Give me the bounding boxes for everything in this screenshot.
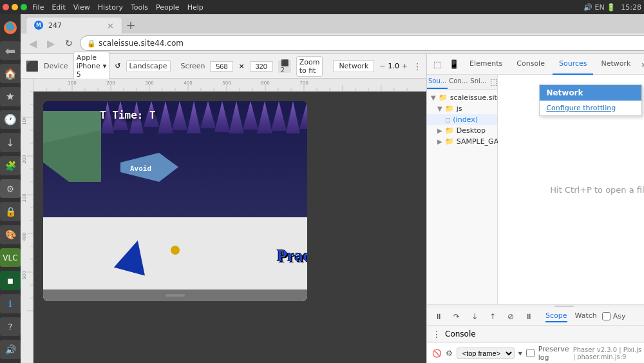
zoom-plus-button[interactable]: + [402, 62, 408, 70]
file-tree-root[interactable]: ▼ 📁 scaleissue.site44.co [427, 92, 497, 103]
history-icon[interactable]: 🕐 [0, 110, 21, 130]
console-label: Console [445, 329, 476, 338]
svg-text:500: 500 [22, 271, 27, 279]
menu-edit[interactable]: Edit [52, 3, 65, 12]
menu-file[interactable]: File [32, 3, 44, 12]
device-name-text: Apple iPhone 5 [77, 54, 100, 79]
tab-elements[interactable]: Elements [463, 54, 509, 75]
cube-icon[interactable]: VLC [0, 248, 21, 268]
menu-history[interactable]: History [98, 3, 123, 12]
bookmarks-icon[interactable]: ★ [0, 87, 21, 106]
file-tree-sample-games[interactable]: ▶ 📁 SAMPLE_GAMES [427, 136, 497, 147]
back-button[interactable]: ◀ [26, 36, 40, 50]
menu-people[interactable]: People [156, 3, 180, 12]
scope-tabs: Scope Watch [545, 310, 597, 322]
refresh-button[interactable]: ↻ [62, 36, 76, 50]
maximize-button[interactable] [21, 4, 27, 10]
new-tab-button[interactable]: + [122, 17, 139, 34]
root-folder-icon: 📁 [439, 93, 448, 102]
orientation-selector[interactable]: Landscape [126, 60, 171, 72]
back-icon[interactable]: ⬅ [0, 41, 21, 61]
js-folder-label: js [457, 104, 462, 113]
expand-icon-js: ▼ [437, 105, 442, 112]
console-bar: ⋮ Console [427, 326, 644, 342]
svg-text:300: 300 [22, 193, 27, 202]
file-tree-js-folder[interactable]: ▼ 📁 js [427, 103, 497, 114]
preserve-log-label: Preserve log [538, 345, 569, 362]
close-button[interactable] [3, 4, 9, 10]
index-file-label: (index) [453, 115, 478, 124]
screen-height-input[interactable] [250, 61, 273, 72]
scope-tab[interactable]: Scope [545, 310, 567, 322]
question-icon[interactable]: ? [0, 317, 21, 337]
device-selector[interactable]: Apple iPhone 5 ▾ [73, 52, 110, 81]
address-bar[interactable]: 🔒 scaleissue.site44.com [80, 35, 644, 51]
nav-bar: ◀ ▶ ↻ 🔒 scaleissue.site44.com ☆ [21, 34, 644, 54]
file-tree-desktop[interactable]: ▶ 📁 Desktop [427, 125, 497, 136]
zoom-minus-button[interactable]: − [379, 62, 385, 70]
file-tree: ▼ 📁 scaleissue.site44.co ▼ 📁 js [427, 90, 497, 150]
responsive-mode-icon[interactable]: ⬛ [26, 60, 39, 73]
device-selector-arrow-icon: ▾ [103, 62, 107, 70]
desktop-folder-icon: 📁 [445, 126, 454, 135]
tab-console[interactable]: Console [510, 54, 551, 75]
svg-text:100: 100 [22, 116, 27, 124]
inspect-element-icon[interactable]: ⬚ [430, 57, 445, 72]
preserve-log-checkbox[interactable] [526, 349, 535, 357]
info-icon[interactable]: ℹ [0, 294, 21, 313]
screen-width-input[interactable] [210, 61, 233, 72]
svg-text:200: 200 [22, 155, 27, 163]
devtools-icon[interactable]: ⚙ [0, 179, 21, 199]
ctrl-p-hint: Hit Ctrl+P to open a file [550, 185, 644, 195]
deactivate-breakpoints-button[interactable]: ⊘ [504, 310, 517, 323]
ruler-h-area: 100 200 300 400 500 600 700 [33, 79, 426, 363]
home-icon[interactable]: 🏠 [0, 64, 21, 83]
svg-marker-67 [172, 101, 187, 130]
pause-on-exceptions-button[interactable]: ⏸ [522, 310, 535, 323]
tab-sources[interactable]: Sources [553, 54, 594, 75]
frame-selector[interactable]: <top frame> [457, 348, 515, 359]
sources-tab-content[interactable]: Con... [448, 75, 469, 89]
responsive-icon[interactable]: 📱 [446, 57, 462, 72]
speaker-icon[interactable]: 🔊 [0, 340, 21, 359]
pause-button[interactable]: ⏸ [432, 310, 445, 323]
svg-marker-69 [200, 101, 216, 128]
games-folder-icon: 📁 [445, 137, 454, 146]
tab-network[interactable]: Network [594, 54, 637, 75]
paint-icon[interactable]: 🎨 [0, 225, 21, 244]
menu-view[interactable]: View [73, 3, 90, 12]
configure-throttling-link[interactable]: Configure throttling [540, 101, 641, 115]
watch-tab[interactable]: Watch [575, 310, 597, 322]
timer-display: T Time: T [100, 109, 156, 121]
menu-help[interactable]: Help [187, 3, 204, 12]
step-into-button[interactable]: ↓ [468, 310, 481, 323]
more-tabs-icon[interactable]: » [641, 59, 644, 70]
sources-tab-sources[interactable]: Sou... [427, 75, 448, 89]
lock-icon[interactable]: 🔒 [0, 202, 21, 221]
browser-chrome: M 247 × + ◀ ▶ ↻ 🔒 scaleissue.site44.com … [21, 14, 644, 54]
network-tab-button[interactable]: Network [333, 60, 374, 72]
async-checkbox[interactable] [602, 312, 611, 320]
forward-button[interactable]: ▶ [44, 36, 58, 50]
step-over-button[interactable]: ↷ [450, 310, 463, 323]
cube2-icon[interactable]: ■ [0, 271, 21, 290]
minimize-button[interactable] [12, 4, 18, 10]
phone-screen: T Time: T Avoid [43, 101, 307, 301]
menu-tools[interactable]: Tools [131, 3, 148, 12]
toolbar-more-icon[interactable]: ⋮ [413, 61, 422, 72]
rotate-icon[interactable]: ↺ [115, 61, 120, 72]
console-more-icon[interactable]: ⋮ [432, 329, 441, 339]
dpr-icon[interactable]: ⬛ 2 [278, 60, 291, 73]
file-tree-index[interactable]: ◻ (index) [427, 114, 497, 125]
sources-tab-snippets[interactable]: Sni... [469, 75, 488, 89]
downloads-icon[interactable]: ↓ [0, 133, 21, 152]
step-out-button[interactable]: ↑ [486, 310, 499, 323]
tab-close-button[interactable]: × [107, 21, 114, 30]
clear-console-icon[interactable]: 🚫 [432, 349, 442, 358]
svg-text:300: 300 [145, 81, 153, 86]
addons-icon[interactable]: 🧩 [0, 156, 21, 175]
zoom-to-fit-button[interactable]: Zoom to fit [296, 56, 323, 77]
filter-icon[interactable]: ⚙ [446, 349, 453, 358]
browser-tab[interactable]: M 247 × [26, 17, 122, 34]
sources-sidebar: Sou... Con... Sni... ⬚ ▼ 📁 scalei [427, 75, 498, 304]
